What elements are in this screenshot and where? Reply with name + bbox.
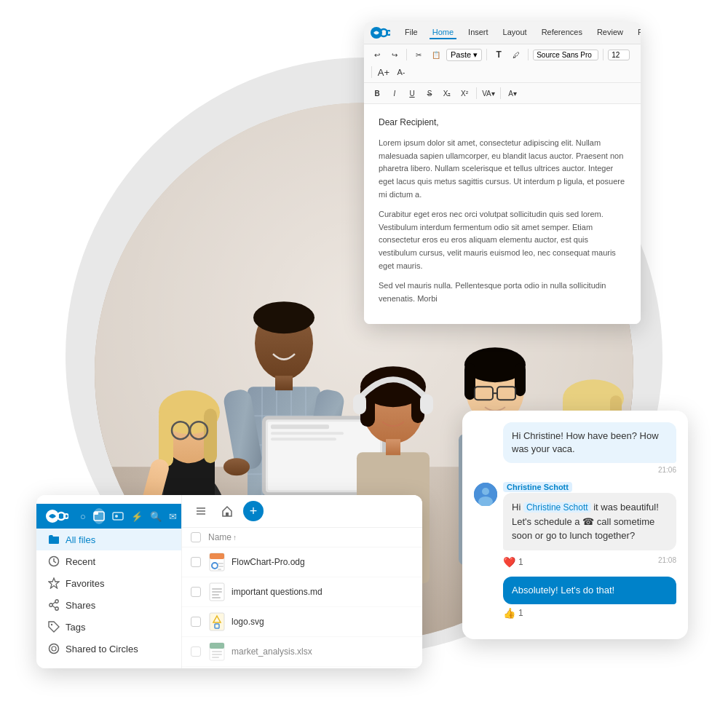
redo-button[interactable]: ↪ [387, 47, 402, 62]
file-checkbox-1[interactable] [191, 587, 201, 597]
app-icon-photos[interactable] [112, 508, 124, 524]
menu-file[interactable]: File [402, 26, 421, 39]
file-icon-svg [208, 613, 226, 630]
svg-point-23 [253, 301, 314, 333]
sent-time: 21:08 [658, 556, 676, 564]
nav-item-shares[interactable]: Shares [36, 594, 181, 616]
file-row-1[interactable]: important questions.md [182, 577, 422, 607]
file-checkbox-3[interactable] [191, 646, 201, 657]
file-topbar: + [182, 495, 422, 528]
document-para-1: Lorem ipsum dolor sit amet, consectetur … [379, 137, 626, 201]
increase-font-button[interactable]: A+ [376, 65, 391, 79]
document-para-3: Sed vel mauris nulla. Pellentesque porta… [379, 280, 626, 305]
font-color-button[interactable]: VA▾ [481, 86, 496, 100]
file-icon-md [208, 583, 226, 601]
toolbar-sep-5 [371, 66, 372, 78]
font-format-button[interactable]: T [491, 47, 506, 62]
nav-item-recent[interactable]: Recent [36, 550, 181, 572]
svg-rect-33 [271, 438, 336, 440]
svg-rect-90 [210, 553, 224, 559]
svg-rect-88 [226, 513, 229, 516]
svg-rect-93 [218, 566, 223, 567]
app-icon-files[interactable] [93, 508, 105, 524]
font-name-selector[interactable]: Source Sans Pro [533, 50, 598, 60]
svg-rect-97 [212, 591, 222, 593]
sent-reaction-emoji: ❤️ [503, 556, 515, 568]
svg-rect-41 [420, 394, 433, 414]
svg-rect-96 [212, 588, 222, 590]
nav-shares-label: Shares [66, 600, 95, 611]
svg-rect-105 [212, 651, 222, 652]
svg-point-84 [52, 646, 56, 651]
menu-format[interactable]: Format [635, 26, 641, 39]
file-icon-odg [208, 553, 226, 571]
menu-layout[interactable]: Layout [500, 26, 530, 39]
received-text-top: Hi Christine! How have been? How was you… [512, 430, 659, 454]
file-checkbox-0[interactable] [191, 557, 201, 567]
file-checkbox-2[interactable] [191, 617, 201, 627]
chat-message-1: Christine Schott Hi Christine Schott it … [474, 483, 676, 568]
menu-home[interactable]: Home [430, 26, 456, 39]
underline-button[interactable]: U [405, 86, 419, 100]
list-view-button[interactable] [191, 501, 211, 521]
sender-mention-badge: Christine Schott [503, 482, 572, 492]
document-greeting: Dear Recipient, [379, 116, 626, 130]
nav-item-shared-circles[interactable]: Shared to Circles [36, 638, 181, 660]
decrease-font-button[interactable]: A- [394, 65, 408, 79]
svg-rect-6 [159, 408, 173, 467]
word-menu: File Home Insert Layout References Revie… [396, 25, 641, 41]
svg-rect-47 [515, 363, 526, 396]
app-icon-search[interactable]: 🔍 [150, 508, 162, 524]
superscript-button[interactable]: X² [457, 86, 472, 100]
tag-icon [48, 621, 60, 633]
sender-avatar [474, 483, 497, 506]
select-all-checkbox[interactable] [191, 532, 201, 542]
app-icon-mail[interactable]: ✉ [169, 508, 177, 524]
paste-button[interactable]: Paste ▾ [446, 49, 482, 61]
nav-item-all-files[interactable]: All files [36, 529, 181, 550]
menu-review[interactable]: Review [594, 26, 626, 39]
copy-button[interactable]: 📋 [429, 47, 443, 62]
chat-message-2: Absolutely! Let's do that! 👍 1 [474, 577, 676, 619]
file-row-2[interactable]: logo.svg [182, 607, 422, 637]
app-icon-activity[interactable]: ⚡ [131, 508, 143, 524]
svg-rect-42 [386, 439, 400, 455]
file-row-0[interactable]: FlowChart-Pro.odg [182, 547, 422, 577]
toolbar-sep-7 [500, 87, 501, 99]
highlight-button[interactable]: A▾ [505, 86, 520, 100]
italic-button[interactable]: I [387, 86, 402, 100]
undo-button[interactable]: ↩ [370, 47, 384, 62]
nav-tags-label: Tags [66, 622, 85, 633]
file-row-3[interactable]: market_analysis.xlsx [182, 637, 422, 667]
svg-point-109 [482, 488, 489, 495]
font-size-selector[interactable]: 12 [608, 50, 630, 60]
strikethrough-button[interactable]: S [422, 86, 437, 100]
svg-point-27 [223, 458, 250, 475]
nav-favorites-label: Favorites [66, 578, 104, 589]
svg-rect-99 [212, 597, 221, 598]
file-main-area: + Name ↑ FlowChart-Pro.odg [182, 495, 422, 668]
svg-point-67 [387, 31, 390, 35]
subscript-button[interactable]: X₂ [440, 86, 454, 100]
svg-point-79 [55, 607, 58, 610]
nav-shared-circles-label: Shared to Circles [66, 644, 138, 654]
file-name-1: important questions.md [232, 587, 323, 597]
svg-point-82 [51, 624, 52, 625]
nav-recent-label: Recent [66, 556, 95, 567]
circle-icon [48, 643, 60, 654]
another-format-button[interactable]: 🖊 [509, 47, 523, 62]
menu-references[interactable]: References [539, 26, 585, 39]
bold-button[interactable]: B [370, 86, 384, 100]
cut-button[interactable]: ✂ [411, 47, 426, 62]
menu-insert[interactable]: Insert [465, 26, 491, 39]
chat-card: Hi Christine! How have been? How was you… [462, 411, 688, 639]
toolbar-sep-3 [528, 49, 529, 60]
app-icon-home[interactable]: ○ [80, 508, 86, 524]
name-column-header: Name [208, 532, 232, 542]
home-button[interactable] [217, 501, 237, 521]
nav-item-favorites[interactable]: Favorites [36, 572, 181, 594]
svg-marker-76 [49, 578, 59, 588]
sent-text-pre: Hi [512, 502, 523, 513]
add-file-button[interactable]: + [243, 501, 264, 521]
nav-item-tags[interactable]: Tags [36, 616, 181, 638]
